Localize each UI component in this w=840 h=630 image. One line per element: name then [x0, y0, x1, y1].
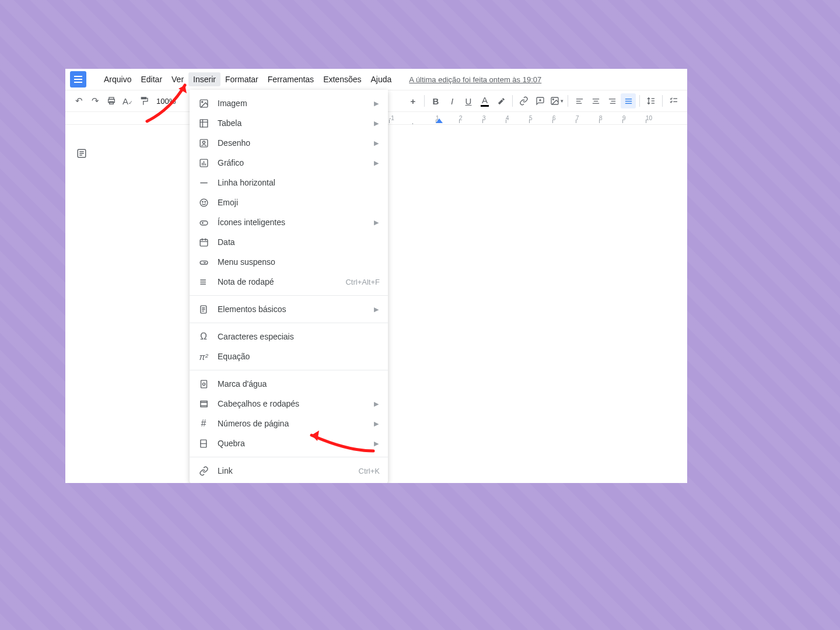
- menu-ajuda[interactable]: Ajuda: [366, 72, 397, 86]
- date-icon: [198, 237, 209, 247]
- align-center-button[interactable]: [588, 93, 603, 108]
- document-outline-icon[interactable]: [76, 148, 87, 159]
- submenu-arrow-icon: ▶: [374, 420, 380, 428]
- svg-point-40: [200, 199, 208, 206]
- menu-item-data[interactable]: Data: [190, 232, 388, 252]
- menu-item-marca-d-gua[interactable]: Marca d'água: [190, 374, 388, 394]
- svg-point-34: [202, 141, 205, 143]
- increase-indent-button[interactable]: +: [405, 93, 421, 108]
- emoji-icon: [198, 198, 209, 208]
- menu-item-quebra[interactable]: Quebra▶: [190, 433, 388, 453]
- menu-item--cones-inteligentes[interactable]: Ícones inteligentes▶: [190, 212, 388, 232]
- menu-item-label: Imagem: [218, 99, 366, 108]
- menu-item-link[interactable]: LinkCtrl+K: [190, 461, 388, 481]
- svg-point-58: [202, 383, 205, 385]
- svg-point-29: [201, 101, 202, 102]
- menu-item-elementos-b-sicos[interactable]: Elementos básicos▶: [190, 299, 388, 319]
- menu-item-label: Gráfico: [218, 158, 366, 167]
- menu-inserir[interactable]: Inserir: [188, 72, 220, 86]
- submenu-arrow-icon: ▶: [374, 100, 380, 107]
- spellcheck-button[interactable]: A✓: [120, 93, 135, 108]
- menu-item-cabe-alhos-e-rodap-s[interactable]: Cabeçalhos e rodapés▶: [190, 394, 388, 414]
- insert-link-button[interactable]: [516, 93, 531, 108]
- menu-item-nota-de-rodap-[interactable]: Nota de rodapéCtrl+Alt+F: [190, 272, 388, 292]
- menu-extensões[interactable]: Extensões: [318, 72, 366, 86]
- svg-point-44: [202, 222, 202, 223]
- menu-formatar[interactable]: Formatar: [220, 72, 263, 86]
- chart-icon: [198, 158, 209, 168]
- undo-button[interactable]: ↶: [71, 93, 86, 108]
- menu-item-equa-o[interactable]: π²Equação: [190, 346, 388, 366]
- insert-menu-dropdown: Imagem▶Tabela▶Desenho▶Gráfico▶Linha hori…: [190, 90, 388, 483]
- zoom-select[interactable]: 100%: [153, 97, 179, 106]
- align-justify-button[interactable]: [621, 93, 636, 108]
- menu-item-label: Ícones inteligentes: [218, 218, 366, 227]
- document-page[interactable]: [97, 125, 687, 483]
- align-left-button[interactable]: [572, 93, 587, 108]
- menu-item-label: Marca d'água: [218, 379, 380, 388]
- hash-icon: #: [198, 418, 209, 429]
- print-button[interactable]: [104, 93, 119, 108]
- menu-item-label: Desenho: [218, 138, 366, 148]
- submenu-arrow-icon: ▶: [374, 219, 380, 226]
- menu-item-caracteres-especiais[interactable]: ΩCaracteres especiais: [190, 327, 388, 346]
- menu-ver[interactable]: Ver: [167, 72, 188, 86]
- ruler-indent-marker[interactable]: [436, 118, 443, 123]
- svg-rect-45: [200, 239, 208, 246]
- line-spacing-button[interactable]: [643, 93, 659, 108]
- menu-item-label: Quebra: [218, 439, 366, 448]
- menu-item-gr-fico[interactable]: Gráfico▶: [190, 153, 388, 173]
- app-window: ArquivoEditarVerInserirFormatarFerrament…: [65, 69, 687, 483]
- menu-item-imagem[interactable]: Imagem▶: [190, 93, 388, 113]
- docs-logo-icon[interactable]: [70, 71, 86, 88]
- menu-item-menu-suspenso[interactable]: Menu suspenso: [190, 252, 388, 272]
- menu-item-n-meros-de-p-gina[interactable]: #Números de página▶: [190, 414, 388, 433]
- text-color-button[interactable]: A: [477, 93, 492, 108]
- menu-item-label: Equação: [218, 352, 380, 361]
- blocks-icon: [198, 304, 209, 314]
- menu-editar[interactable]: Editar: [136, 72, 167, 86]
- hr-icon: [198, 178, 209, 188]
- svg-rect-30: [200, 120, 208, 127]
- footnote-icon: [198, 277, 209, 287]
- svg-point-42: [204, 201, 205, 202]
- svg-rect-57: [201, 380, 206, 388]
- menu-item-label: Caracteres especiais: [218, 332, 380, 341]
- svg-rect-43: [200, 220, 208, 225]
- menu-item-label: Menu suspenso: [218, 257, 380, 267]
- headers-icon: [198, 399, 209, 409]
- menu-item-label: Data: [218, 237, 380, 247]
- align-right-button[interactable]: [604, 93, 620, 108]
- image-icon: [198, 99, 209, 108]
- checklist-button[interactable]: [666, 93, 681, 108]
- watermark-icon: [198, 379, 209, 389]
- italic-button[interactable]: I: [444, 93, 460, 108]
- menu-arquivo[interactable]: Arquivo: [99, 72, 136, 86]
- underline-button[interactable]: U: [461, 93, 476, 108]
- last-edit-link[interactable]: A última edição foi feita ontem às 19:07: [409, 75, 541, 84]
- menu-item-emoji[interactable]: Emoji: [190, 192, 388, 212]
- bold-button[interactable]: B: [428, 93, 443, 108]
- menu-item-tabela[interactable]: Tabela▶: [190, 113, 388, 133]
- menu-item-label: Emoji: [218, 198, 380, 207]
- svg-point-6: [552, 99, 554, 100]
- menu-item-label: Nota de rodapé: [218, 277, 337, 286]
- svg-point-41: [202, 201, 202, 202]
- smart-icon: [198, 218, 209, 228]
- highlight-button[interactable]: [494, 93, 509, 108]
- submenu-arrow-icon: ▶: [374, 440, 380, 447]
- menu-item-linha-horizontal[interactable]: Linha horizontal: [190, 173, 388, 192]
- top-bar: ArquivoEditarVerInserirFormatarFerrament…: [65, 69, 687, 90]
- menu-item-label: Link: [218, 466, 351, 475]
- menu-item-label: Números de página: [218, 419, 366, 428]
- link-icon: [198, 466, 209, 476]
- break-icon: [198, 439, 209, 449]
- omega-icon: Ω: [198, 331, 209, 342]
- paint-format-button[interactable]: [136, 93, 152, 108]
- menu-item-desenho[interactable]: Desenho▶: [190, 133, 388, 153]
- add-comment-button[interactable]: [533, 93, 548, 108]
- redo-button[interactable]: ↷: [88, 93, 103, 108]
- submenu-arrow-icon: ▶: [374, 306, 380, 313]
- menu-ferramentas[interactable]: Ferramentas: [263, 72, 318, 86]
- insert-image-button[interactable]: ▾: [549, 93, 564, 108]
